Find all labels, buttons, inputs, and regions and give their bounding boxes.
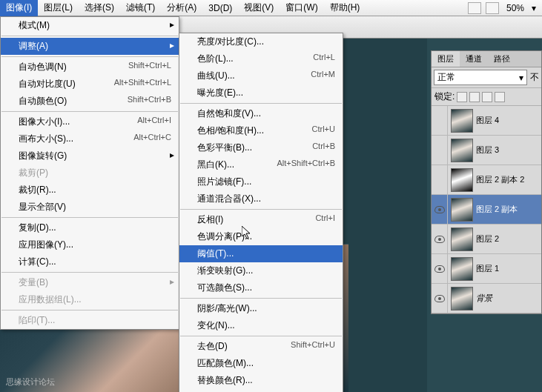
layer-visibility-toggle[interactable] [432,165,448,195]
adj-posterize[interactable]: 色调分离(P)... [179,228,343,245]
layer-thumbnail [451,168,473,192]
layer-name[interactable]: 背景 [476,293,541,304]
layer-row[interactable]: 图层 4 [432,106,541,136]
layer-visibility-toggle[interactable] [432,195,448,225]
layer-thumbnail [451,139,473,162]
layer-thumbnail [451,287,473,310]
menu-reveal-all[interactable]: 显示全部(V) [1,199,179,216]
adj-gradient-map[interactable]: 渐变映射(G)... [179,262,343,279]
menubar: 图像(I) 图层(L) 选择(S) 滤镜(T) 分析(A) 3D(D) 视图(V… [0,0,542,16]
adj-color-balance[interactable]: 色彩平衡(B)...Ctrl+B [179,139,343,156]
blend-mode-select[interactable]: 正常▾ [434,70,527,85]
zoom-level[interactable]: 50% [503,3,527,13]
adj-hue-sat[interactable]: 色相/饱和度(H)...Ctrl+U [179,122,343,139]
layer-name[interactable]: 图层 4 [476,115,541,126]
watermark-left: 思缘设计论坛 [6,376,55,388]
layer-name[interactable]: 图层 3 [476,144,541,156]
adj-shadows-highlights[interactable]: 阴影/高光(W)... [179,300,343,317]
submenu-arrow-icon: ▸ [170,276,174,287]
eye-icon [434,295,445,302]
adj-desaturate[interactable]: 去色(D)Shift+Ctrl+U [179,338,343,355]
menu-analysis[interactable]: 分析(A) [161,0,202,16]
adj-black-white[interactable]: 黑白(K)...Alt+Shift+Ctrl+B [179,156,343,173]
menu-image-rotation[interactable]: 图像旋转(G)▸ [1,147,179,165]
menu-apply-image[interactable]: 应用图像(Y)... [1,236,179,253]
adj-photo-filter[interactable]: 照片滤镜(F)... [179,173,343,190]
menu-filter[interactable]: 滤镜(T) [120,0,161,16]
adj-equalize[interactable]: 色调均化(Q) [179,389,343,392]
layer-name[interactable]: 图层 1 [476,263,541,274]
layer-visibility-toggle[interactable] [432,254,448,284]
adj-channel-mixer[interactable]: 通道混合器(X)... [179,190,343,207]
eye-icon [434,206,445,213]
layer-row[interactable]: 图层 1 [432,254,541,284]
menu-auto-color[interactable]: 自动颜色(O)Shift+Ctrl+B [1,93,179,110]
layer-row[interactable]: 图层 3 [432,136,541,165]
layer-visibility-toggle[interactable] [432,284,448,313]
layer-thumbnail [451,198,473,222]
layer-name[interactable]: 图层 2 副本 [476,204,541,215]
layer-row[interactable]: 图层 2 副本 2 [432,165,541,195]
lock-pixels-icon[interactable] [469,92,480,102]
zoom-dropdown-icon[interactable]: ▾ [532,3,536,13]
menu-crop: 裁剪(P) [1,165,179,182]
adj-invert[interactable]: 反相(I)Ctrl+I [179,211,343,228]
menu-adjustments[interactable]: 调整(A)▸ [1,38,179,55]
menu-layer[interactable]: 图层(L) [38,0,79,16]
layer-visibility-toggle[interactable] [432,136,448,165]
lock-label: 锁定: [434,90,455,103]
menu-help[interactable]: 帮助(H) [324,0,366,16]
menu-trim[interactable]: 裁切(R)... [1,182,179,199]
adj-levels[interactable]: 色阶(L)...Ctrl+L [179,50,343,67]
layer-thumbnail [451,109,473,133]
layer-row[interactable]: 背景 [432,284,541,313]
menu-window[interactable]: 窗口(W) [280,0,323,16]
lock-all-icon[interactable] [495,92,505,102]
tab-channels[interactable]: 通道 [460,51,488,67]
menu-mode[interactable]: 模式(M)▸ [1,17,179,34]
adj-brightness-contrast[interactable]: 亮度/对比度(C)... [179,33,343,50]
chevron-down-icon: ▾ [519,73,523,83]
adj-threshold[interactable]: 阈值(T)... [179,245,343,262]
menu-3d[interactable]: 3D(D) [202,1,238,16]
menu-image-size[interactable]: 图像大小(I)...Alt+Ctrl+I [1,113,179,130]
adj-vibrance[interactable]: 自然饱和度(V)... [179,105,343,122]
layer-thumbnail [451,227,473,251]
layer-row[interactable]: 图层 2 [432,225,541,254]
menu-select[interactable]: 选择(S) [79,0,120,16]
image-menu-dropdown: 模式(M)▸ 调整(A)▸ 自动色调(N)Shift+Ctrl+L 自动对比度(… [0,16,179,330]
menu-duplicate[interactable]: 复制(D)... [1,219,179,236]
tab-paths[interactable]: 路径 [488,51,516,67]
adj-variations[interactable]: 变化(N)... [179,317,343,334]
adj-curves[interactable]: 曲线(U)...Ctrl+M [179,67,343,84]
menu-canvas-size[interactable]: 画布大小(S)...Alt+Ctrl+C [1,130,179,147]
layer-name[interactable]: 图层 2 副本 2 [476,174,541,185]
menu-view[interactable]: 视图(V) [238,0,280,16]
eye-icon [434,236,445,243]
submenu-arrow-icon: ▸ [170,40,174,50]
bridge-icon[interactable] [468,2,481,14]
menu-calculations[interactable]: 计算(C)... [1,253,179,270]
adj-selective-color[interactable]: 可选颜色(S)... [179,279,343,296]
layer-visibility-toggle[interactable] [432,106,448,136]
lock-position-icon[interactable] [482,92,492,102]
menu-auto-tone[interactable]: 自动色调(N)Shift+Ctrl+L [1,59,179,76]
menu-variables: 变量(B)▸ [1,274,179,291]
submenu-arrow-icon: ▸ [170,19,174,30]
layer-name[interactable]: 图层 2 [476,233,541,245]
layer-thumbnail [451,257,473,281]
layer-row[interactable]: 图层 2 副本 [432,195,541,225]
layers-list: 图层 4图层 3图层 2 副本 2图层 2 副本图层 2图层 1背景 [432,106,541,313]
eye-icon [434,265,445,273]
adj-replace-color[interactable]: 替换颜色(R)... [179,372,343,389]
screenmode-icon[interactable] [486,2,499,14]
lock-transparency-icon[interactable] [457,92,467,102]
adj-exposure[interactable]: 曝光度(E)... [179,84,343,102]
menu-auto-contrast[interactable]: 自动对比度(U)Alt+Shift+Ctrl+L [1,76,179,93]
opacity-label: 不 [530,71,539,84]
menu-image[interactable]: 图像(I) [0,0,38,16]
layer-visibility-toggle[interactable] [432,225,448,254]
adj-match-color[interactable]: 匹配颜色(M)... [179,355,343,372]
menu-apply-data-sets: 应用数据组(L)... [1,291,179,308]
tab-layers[interactable]: 图层 [432,51,460,67]
